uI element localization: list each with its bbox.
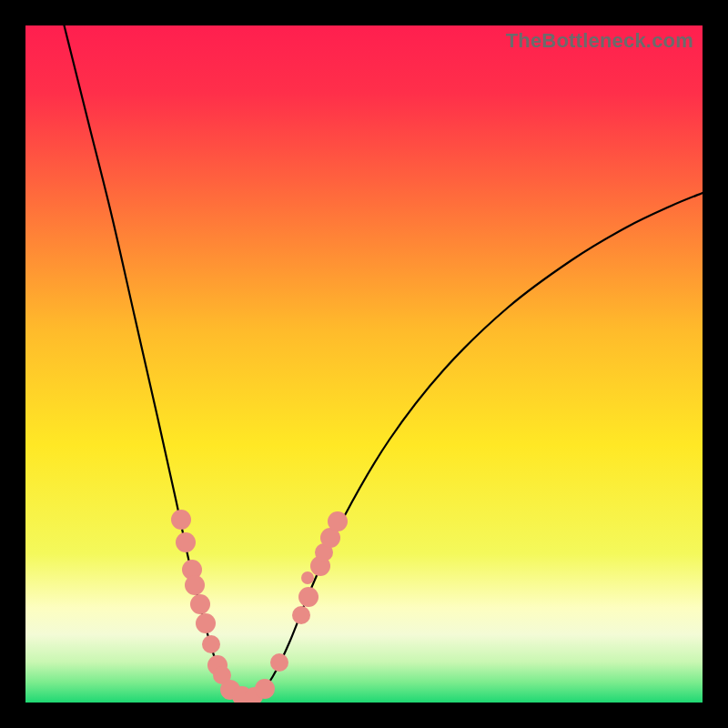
data-dot (196, 613, 216, 633)
right-curve (248, 193, 703, 697)
data-dot (301, 571, 314, 584)
data-dot (328, 511, 348, 531)
data-dot (202, 635, 220, 653)
data-dot (292, 606, 310, 624)
data-dot (176, 532, 196, 552)
curve-layer (25, 25, 703, 703)
data-dot (270, 653, 288, 672)
data-dot (185, 575, 205, 595)
data-dot (255, 679, 275, 699)
left-curve (57, 25, 248, 697)
data-dot (190, 594, 210, 614)
data-dot (171, 510, 191, 530)
chart-stage: TheBottleneck.com (0, 0, 728, 728)
data-dot (298, 587, 318, 607)
plot-area: TheBottleneck.com (25, 25, 703, 703)
